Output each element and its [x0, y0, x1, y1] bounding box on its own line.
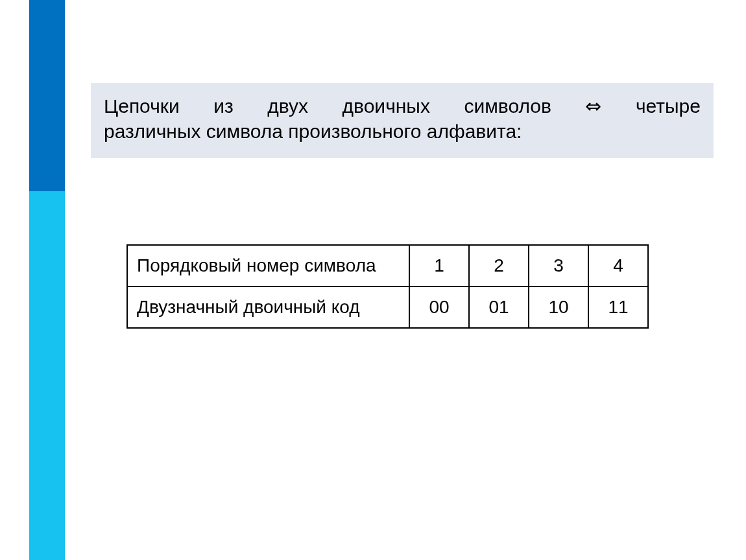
- word: четыре: [636, 93, 701, 119]
- word: символов: [464, 93, 551, 119]
- cell: 1: [409, 245, 469, 286]
- cell: 10: [529, 286, 588, 328]
- description-box: Цепочки из двух двоичных символов ⇔ четы…: [91, 83, 714, 158]
- cell: 00: [409, 286, 469, 328]
- row-label: Двузначный двоичный код: [127, 286, 409, 328]
- slide: Цепочки из двух двоичных символов ⇔ четы…: [0, 0, 746, 560]
- word: из: [213, 93, 234, 119]
- table-row: Двузначный двоичный код 00 01 10 11: [127, 286, 648, 328]
- accent-bar-light: [29, 191, 65, 560]
- word: Цепочки: [104, 93, 180, 119]
- cell: 11: [588, 286, 648, 328]
- word: двух: [267, 93, 308, 119]
- cell: 2: [469, 245, 529, 286]
- row-label: Порядковый номер символа: [127, 245, 409, 286]
- word: двоичных: [343, 93, 430, 119]
- cell: 4: [588, 245, 648, 286]
- accent-bar-dark: [29, 0, 65, 191]
- double-arrow-icon: ⇔: [585, 93, 601, 119]
- cell: 01: [469, 286, 529, 328]
- binary-code-table: Порядковый номер символа 1 2 3 4 Двузнач…: [126, 244, 649, 329]
- description-line-2: различных символа произвольного алфавита…: [104, 119, 701, 144]
- cell: 3: [529, 245, 588, 286]
- table-row: Порядковый номер символа 1 2 3 4: [127, 245, 648, 286]
- description-line-1: Цепочки из двух двоичных символов ⇔ четы…: [104, 93, 701, 119]
